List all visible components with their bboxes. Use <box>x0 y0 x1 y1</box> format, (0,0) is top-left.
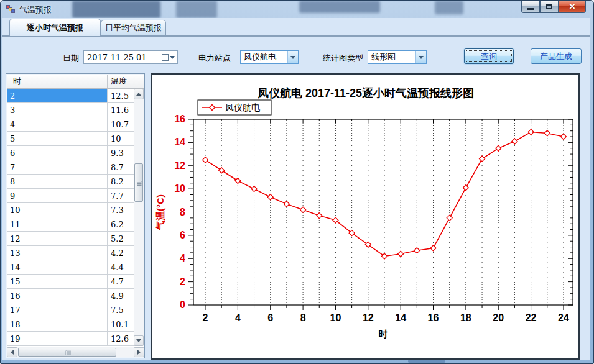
station-select[interactable]: 凤仪航电 <box>240 50 299 64</box>
data-point-marker <box>219 168 225 173</box>
data-point-marker <box>284 201 289 207</box>
panel-splitter[interactable] <box>145 73 151 358</box>
table-row[interactable]: 164.9 <box>7 289 134 303</box>
y-tick-label: 6 <box>180 230 185 240</box>
table-row[interactable]: 88.2 <box>7 175 134 189</box>
cell-temp[interactable]: 7.7 <box>108 189 134 203</box>
glass-blur-blob <box>72 1 160 18</box>
arrow-down-icon <box>136 339 141 342</box>
cell-temp[interactable]: 7.5 <box>108 303 134 317</box>
cell-hour[interactable]: 15 <box>7 275 108 289</box>
scroll-up-button[interactable] <box>134 89 144 99</box>
scroll-down-button[interactable] <box>134 335 144 346</box>
table-row[interactable]: 78.7 <box>7 160 134 175</box>
generate-product-button[interactable]: 产品生成 <box>531 48 582 64</box>
table-row[interactable]: 510 <box>7 132 134 146</box>
cell-temp[interactable]: 4.4 <box>108 260 134 275</box>
cell-hour[interactable]: 11 <box>7 217 108 232</box>
cell-temp[interactable]: 7.3 <box>108 203 134 217</box>
horizontal-scrollbar[interactable] <box>7 347 144 357</box>
chart-panel: 凤仪航电 2017-11-25逐小时气温预报线形图024681012141624… <box>151 73 580 360</box>
cell-hour[interactable]: 8 <box>7 175 108 189</box>
cell-hour[interactable]: 6 <box>7 146 108 160</box>
table-row[interactable]: 212.5 <box>7 89 134 103</box>
cell-temp[interactable]: 4.7 <box>108 275 134 289</box>
cell-temp[interactable]: 10 <box>108 132 134 146</box>
cell-temp[interactable]: 10.7 <box>108 117 134 132</box>
cell-hour[interactable]: 14 <box>7 260 108 275</box>
cell-temp[interactable]: 12.6 <box>108 332 134 346</box>
cell-temp[interactable]: 9.3 <box>108 146 134 160</box>
cell-hour[interactable]: 16 <box>7 289 108 303</box>
cell-hour[interactable]: 10 <box>7 203 108 217</box>
tab-daily-forecast[interactable]: 日平均气温预报 <box>101 20 166 35</box>
maximize-button[interactable] <box>540 1 559 13</box>
cell-hour[interactable]: 18 <box>7 317 108 332</box>
cell-hour[interactable]: 19 <box>7 332 108 346</box>
data-point-marker <box>528 129 534 135</box>
table-row[interactable]: 134.2 <box>7 246 134 260</box>
resize-grip[interactable] <box>408 360 445 363</box>
y-tick-label: 16 <box>174 114 185 124</box>
cell-hour[interactable]: 7 <box>7 160 108 175</box>
cell-temp[interactable]: 8.2 <box>108 175 134 189</box>
cell-temp[interactable]: 11.6 <box>108 103 134 117</box>
x-tick-label: 6 <box>267 312 273 323</box>
minimize-button[interactable] <box>521 1 540 13</box>
scroll-left-button[interactable] <box>7 347 17 357</box>
vertical-scroll-thumb[interactable] <box>134 163 143 202</box>
table-row[interactable]: 1810.1 <box>7 317 134 332</box>
data-point-marker <box>463 185 468 191</box>
scroll-right-button[interactable] <box>134 347 144 357</box>
table-row[interactable]: 177.5 <box>7 303 134 317</box>
calendar-dropdown-button[interactable] <box>159 51 177 63</box>
close-button[interactable]: ✕ <box>559 1 586 13</box>
titlebar[interactable]: 气温预报 ✕ <box>1 1 593 18</box>
cell-temp[interactable]: 4.2 <box>108 246 134 260</box>
vertical-scrollbar[interactable] <box>134 75 144 346</box>
station-label: 电力站点 <box>198 53 231 64</box>
table-row[interactable]: 410.7 <box>7 117 134 132</box>
cell-hour[interactable]: 2 <box>7 89 108 103</box>
cell-temp[interactable]: 4.9 <box>108 289 134 303</box>
column-header-hour[interactable]: 时 <box>7 75 108 89</box>
station-dropdown-button[interactable] <box>287 51 298 63</box>
cell-hour[interactable]: 9 <box>7 189 108 203</box>
chart-title: 凤仪航电 2017-11-25逐小时气温预报线形图 <box>257 87 474 99</box>
cell-temp[interactable]: 12.5 <box>108 89 134 103</box>
cell-temp[interactable]: 10.1 <box>108 317 134 332</box>
chart-type-label: 统计图类型 <box>323 53 363 64</box>
chart-type-dropdown-button[interactable] <box>415 51 426 63</box>
plot-border <box>193 119 573 305</box>
column-header-temp[interactable]: 温度 <box>108 75 134 89</box>
table-row[interactable]: 69.3 <box>7 146 134 160</box>
cell-temp[interactable]: 5.2 <box>108 232 134 246</box>
cell-temp[interactable]: 6.2 <box>108 217 134 232</box>
table-row[interactable]: 107.3 <box>7 203 134 217</box>
cell-hour[interactable]: 12 <box>7 232 108 246</box>
table-row[interactable]: 125.2 <box>7 232 134 246</box>
cell-hour[interactable]: 3 <box>7 103 108 117</box>
calendar-icon <box>162 54 169 61</box>
horizontal-scroll-thumb[interactable] <box>18 348 116 357</box>
table-row[interactable]: 1912.6 <box>7 332 134 346</box>
x-tick-label: 22 <box>526 312 537 323</box>
table-row[interactable]: 144.4 <box>7 260 134 275</box>
cell-hour[interactable]: 17 <box>7 303 108 317</box>
date-picker[interactable]: 2017-11-25 01 <box>83 50 178 64</box>
arrow-up-icon <box>136 93 141 96</box>
table-row[interactable]: 154.7 <box>7 275 134 289</box>
cell-hour[interactable]: 13 <box>7 246 108 260</box>
query-button[interactable]: 查询 <box>464 48 514 64</box>
date-value[interactable]: 2017-11-25 01 <box>84 53 159 62</box>
chart-type-select[interactable]: 线形图 <box>368 50 427 64</box>
cell-hour[interactable]: 5 <box>7 132 108 146</box>
cell-hour[interactable]: 4 <box>7 117 108 132</box>
tab-hourly-forecast[interactable]: 逐小时气温预报 <box>9 19 101 36</box>
table-row[interactable]: 97.7 <box>7 189 134 203</box>
table-row[interactable]: 116.2 <box>7 217 134 232</box>
table-row[interactable]: 311.6 <box>7 103 134 117</box>
station-value: 凤仪航电 <box>241 52 287 63</box>
arrow-left-icon <box>11 350 14 355</box>
cell-temp[interactable]: 8.7 <box>108 160 134 175</box>
